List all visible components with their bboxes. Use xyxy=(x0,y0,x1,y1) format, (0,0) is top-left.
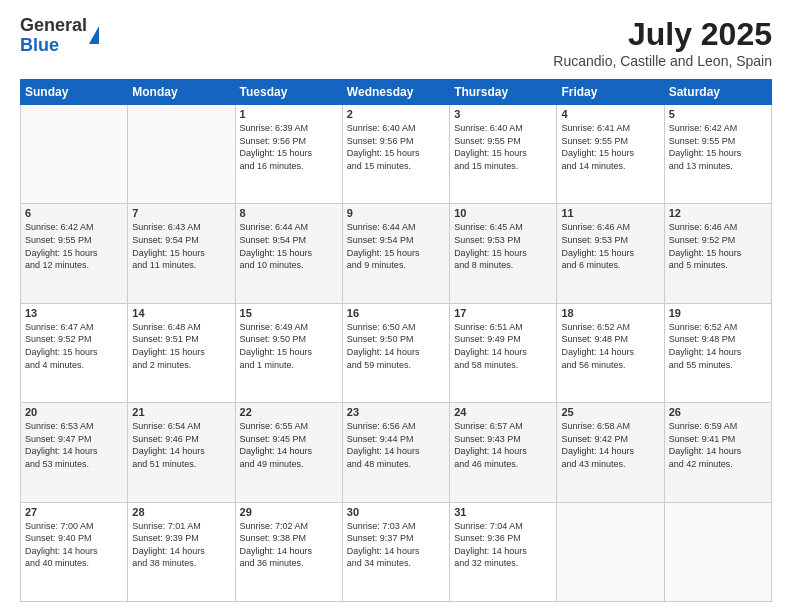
calendar-week-row: 27Sunrise: 7:00 AM Sunset: 9:40 PM Dayli… xyxy=(21,502,772,601)
day-number: 13 xyxy=(25,307,123,319)
calendar-week-row: 20Sunrise: 6:53 AM Sunset: 9:47 PM Dayli… xyxy=(21,403,772,502)
day-number: 7 xyxy=(132,207,230,219)
title-block: July 2025 Rucandio, Castille and Leon, S… xyxy=(553,16,772,69)
day-info: Sunrise: 6:59 AM Sunset: 9:41 PM Dayligh… xyxy=(669,420,767,470)
day-number: 6 xyxy=(25,207,123,219)
calendar-week-row: 1Sunrise: 6:39 AM Sunset: 9:56 PM Daylig… xyxy=(21,105,772,204)
table-cell: 13Sunrise: 6:47 AM Sunset: 9:52 PM Dayli… xyxy=(21,303,128,402)
day-info: Sunrise: 6:39 AM Sunset: 9:56 PM Dayligh… xyxy=(240,122,338,172)
day-info: Sunrise: 6:40 AM Sunset: 9:55 PM Dayligh… xyxy=(454,122,552,172)
day-info: Sunrise: 6:58 AM Sunset: 9:42 PM Dayligh… xyxy=(561,420,659,470)
day-info: Sunrise: 6:40 AM Sunset: 9:56 PM Dayligh… xyxy=(347,122,445,172)
calendar-week-row: 6Sunrise: 6:42 AM Sunset: 9:55 PM Daylig… xyxy=(21,204,772,303)
day-number: 5 xyxy=(669,108,767,120)
table-cell xyxy=(557,502,664,601)
day-info: Sunrise: 6:48 AM Sunset: 9:51 PM Dayligh… xyxy=(132,321,230,371)
day-number: 25 xyxy=(561,406,659,418)
col-saturday: Saturday xyxy=(664,80,771,105)
table-cell xyxy=(128,105,235,204)
table-cell: 25Sunrise: 6:58 AM Sunset: 9:42 PM Dayli… xyxy=(557,403,664,502)
table-cell: 3Sunrise: 6:40 AM Sunset: 9:55 PM Daylig… xyxy=(450,105,557,204)
day-number: 16 xyxy=(347,307,445,319)
day-number: 4 xyxy=(561,108,659,120)
table-cell: 18Sunrise: 6:52 AM Sunset: 9:48 PM Dayli… xyxy=(557,303,664,402)
table-cell: 12Sunrise: 6:46 AM Sunset: 9:52 PM Dayli… xyxy=(664,204,771,303)
day-info: Sunrise: 7:03 AM Sunset: 9:37 PM Dayligh… xyxy=(347,520,445,570)
day-number: 19 xyxy=(669,307,767,319)
day-number: 14 xyxy=(132,307,230,319)
day-number: 8 xyxy=(240,207,338,219)
day-info: Sunrise: 6:44 AM Sunset: 9:54 PM Dayligh… xyxy=(347,221,445,271)
day-number: 30 xyxy=(347,506,445,518)
table-cell: 31Sunrise: 7:04 AM Sunset: 9:36 PM Dayli… xyxy=(450,502,557,601)
table-cell: 26Sunrise: 6:59 AM Sunset: 9:41 PM Dayli… xyxy=(664,403,771,502)
day-number: 18 xyxy=(561,307,659,319)
header: General Blue July 2025 Rucandio, Castill… xyxy=(20,16,772,69)
subtitle: Rucandio, Castille and Leon, Spain xyxy=(553,53,772,69)
table-cell: 4Sunrise: 6:41 AM Sunset: 9:55 PM Daylig… xyxy=(557,105,664,204)
day-number: 3 xyxy=(454,108,552,120)
table-cell: 1Sunrise: 6:39 AM Sunset: 9:56 PM Daylig… xyxy=(235,105,342,204)
col-sunday: Sunday xyxy=(21,80,128,105)
table-cell: 14Sunrise: 6:48 AM Sunset: 9:51 PM Dayli… xyxy=(128,303,235,402)
table-cell: 22Sunrise: 6:55 AM Sunset: 9:45 PM Dayli… xyxy=(235,403,342,502)
day-info: Sunrise: 6:52 AM Sunset: 9:48 PM Dayligh… xyxy=(669,321,767,371)
logo-general: General xyxy=(20,15,87,35)
table-cell: 8Sunrise: 6:44 AM Sunset: 9:54 PM Daylig… xyxy=(235,204,342,303)
day-info: Sunrise: 6:50 AM Sunset: 9:50 PM Dayligh… xyxy=(347,321,445,371)
day-number: 17 xyxy=(454,307,552,319)
table-cell: 16Sunrise: 6:50 AM Sunset: 9:50 PM Dayli… xyxy=(342,303,449,402)
table-cell: 24Sunrise: 6:57 AM Sunset: 9:43 PM Dayli… xyxy=(450,403,557,502)
table-cell: 30Sunrise: 7:03 AM Sunset: 9:37 PM Dayli… xyxy=(342,502,449,601)
day-info: Sunrise: 6:49 AM Sunset: 9:50 PM Dayligh… xyxy=(240,321,338,371)
day-number: 21 xyxy=(132,406,230,418)
logo-triangle-icon xyxy=(89,26,99,44)
table-cell: 9Sunrise: 6:44 AM Sunset: 9:54 PM Daylig… xyxy=(342,204,449,303)
day-number: 26 xyxy=(669,406,767,418)
day-info: Sunrise: 6:56 AM Sunset: 9:44 PM Dayligh… xyxy=(347,420,445,470)
table-cell: 2Sunrise: 6:40 AM Sunset: 9:56 PM Daylig… xyxy=(342,105,449,204)
col-tuesday: Tuesday xyxy=(235,80,342,105)
day-info: Sunrise: 6:54 AM Sunset: 9:46 PM Dayligh… xyxy=(132,420,230,470)
day-number: 28 xyxy=(132,506,230,518)
day-info: Sunrise: 6:57 AM Sunset: 9:43 PM Dayligh… xyxy=(454,420,552,470)
col-friday: Friday xyxy=(557,80,664,105)
logo-blue: Blue xyxy=(20,35,59,55)
day-info: Sunrise: 6:46 AM Sunset: 9:53 PM Dayligh… xyxy=(561,221,659,271)
logo-text: General Blue xyxy=(20,16,99,56)
table-cell: 15Sunrise: 6:49 AM Sunset: 9:50 PM Dayli… xyxy=(235,303,342,402)
day-info: Sunrise: 6:43 AM Sunset: 9:54 PM Dayligh… xyxy=(132,221,230,271)
day-number: 10 xyxy=(454,207,552,219)
day-info: Sunrise: 7:04 AM Sunset: 9:36 PM Dayligh… xyxy=(454,520,552,570)
day-info: Sunrise: 7:00 AM Sunset: 9:40 PM Dayligh… xyxy=(25,520,123,570)
day-number: 12 xyxy=(669,207,767,219)
main-title: July 2025 xyxy=(553,16,772,53)
calendar: Sunday Monday Tuesday Wednesday Thursday… xyxy=(20,79,772,602)
table-cell xyxy=(21,105,128,204)
day-info: Sunrise: 6:42 AM Sunset: 9:55 PM Dayligh… xyxy=(25,221,123,271)
day-number: 24 xyxy=(454,406,552,418)
col-thursday: Thursday xyxy=(450,80,557,105)
table-cell xyxy=(664,502,771,601)
day-number: 22 xyxy=(240,406,338,418)
day-number: 29 xyxy=(240,506,338,518)
day-number: 15 xyxy=(240,307,338,319)
table-cell: 17Sunrise: 6:51 AM Sunset: 9:49 PM Dayli… xyxy=(450,303,557,402)
day-number: 20 xyxy=(25,406,123,418)
day-info: Sunrise: 6:51 AM Sunset: 9:49 PM Dayligh… xyxy=(454,321,552,371)
calendar-header-row: Sunday Monday Tuesday Wednesday Thursday… xyxy=(21,80,772,105)
table-cell: 20Sunrise: 6:53 AM Sunset: 9:47 PM Dayli… xyxy=(21,403,128,502)
day-number: 27 xyxy=(25,506,123,518)
day-number: 2 xyxy=(347,108,445,120)
calendar-week-row: 13Sunrise: 6:47 AM Sunset: 9:52 PM Dayli… xyxy=(21,303,772,402)
day-number: 23 xyxy=(347,406,445,418)
day-info: Sunrise: 6:47 AM Sunset: 9:52 PM Dayligh… xyxy=(25,321,123,371)
day-info: Sunrise: 6:55 AM Sunset: 9:45 PM Dayligh… xyxy=(240,420,338,470)
day-info: Sunrise: 7:02 AM Sunset: 9:38 PM Dayligh… xyxy=(240,520,338,570)
day-number: 1 xyxy=(240,108,338,120)
day-info: Sunrise: 6:53 AM Sunset: 9:47 PM Dayligh… xyxy=(25,420,123,470)
table-cell: 29Sunrise: 7:02 AM Sunset: 9:38 PM Dayli… xyxy=(235,502,342,601)
col-monday: Monday xyxy=(128,80,235,105)
table-cell: 11Sunrise: 6:46 AM Sunset: 9:53 PM Dayli… xyxy=(557,204,664,303)
table-cell: 21Sunrise: 6:54 AM Sunset: 9:46 PM Dayli… xyxy=(128,403,235,502)
